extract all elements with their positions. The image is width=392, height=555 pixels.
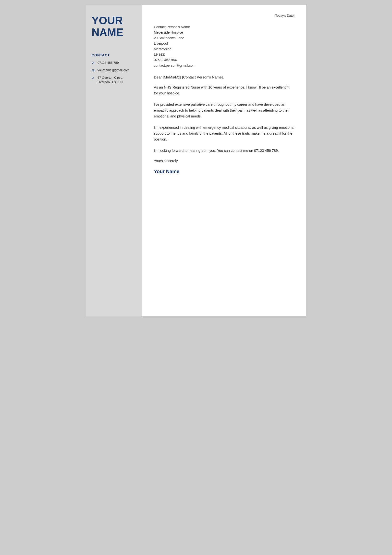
email-icon [92, 68, 96, 73]
name-line2: NAME [92, 26, 123, 38]
applicant-name: YOUR NAME [92, 15, 136, 39]
recipient-city: Liverpool [154, 41, 294, 46]
recipient-block: Contact Person's Name Meyerside Hospice … [154, 24, 294, 68]
address-line2: Liverpool, L3 8FH [98, 80, 123, 84]
contact-section: CONTACT 07123 456 789 yourname@gmail.com… [92, 53, 136, 87]
recipient-postcode: L9 9ZZ [154, 52, 294, 57]
email-address: yourname@gmail.com [98, 68, 129, 72]
recipient-email: contact.person@gmail.com [154, 63, 294, 68]
paragraph-4: I'm looking forward to hearing from you.… [154, 148, 294, 154]
letter-body: As an NHS Registered Nurse with 10 years… [154, 85, 294, 159]
recipient-county: Merseyside [154, 46, 294, 52]
recipient-street: 29 Smithdown Lane [154, 35, 294, 41]
address-text: 67 Overton Circle, Liverpool, L3 8FH [98, 76, 123, 84]
phone-contact-item: 07123 456 789 [92, 61, 136, 66]
recipient-phone: 07632 452 964 [154, 57, 294, 63]
paragraph-2: I've provided extensive palliative care … [154, 102, 294, 119]
name-block: YOUR NAME [92, 15, 136, 39]
address-line1: 67 Overton Circle, [98, 76, 123, 79]
recipient-org: Meyerside Hospice [154, 30, 294, 35]
date: [Today's Date] [154, 14, 294, 17]
page: YOUR NAME CONTACT 07123 456 789 yourname… [86, 5, 306, 316]
paragraph-1: As an NHS Registered Nurse with 10 years… [154, 85, 294, 96]
location-icon [92, 76, 96, 81]
name-line1: YOUR [92, 14, 123, 26]
salutation: Dear [Mr/Ms/Mx] [Contact Person's Name], [154, 75, 294, 79]
sidebar: YOUR NAME CONTACT 07123 456 789 yourname… [86, 5, 142, 316]
paragraph-3: I'm experienced in dealing with emergenc… [154, 125, 294, 142]
email-contact-item: yourname@gmail.com [92, 68, 136, 73]
main-content: [Today's Date] Contact Person's Name Mey… [142, 5, 306, 316]
address-contact-item: 67 Overton Circle, Liverpool, L3 8FH [92, 76, 136, 84]
phone-number: 07123 456 789 [98, 61, 119, 65]
signature: Your Name [154, 169, 294, 174]
recipient-name: Contact Person's Name [154, 24, 294, 30]
contact-heading: CONTACT [92, 53, 136, 57]
closing: Yours sincerely, [154, 159, 294, 163]
phone-icon [92, 61, 96, 66]
